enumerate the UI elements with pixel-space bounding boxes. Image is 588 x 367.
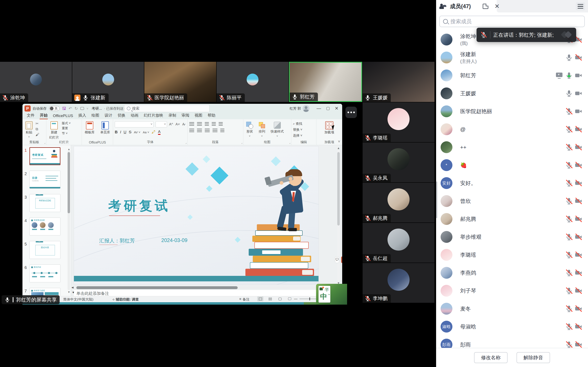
ribbon-tab[interactable]: 审阅 xyxy=(179,112,192,119)
numbering-icon[interactable] xyxy=(197,122,202,126)
qat-dropdown-icon[interactable]: ˅ xyxy=(86,107,88,110)
member-row[interactable]: 刘子琴 xyxy=(436,282,588,300)
camera-icon[interactable] xyxy=(575,108,582,115)
ppt-share-button[interactable]: ⤴ 共享 ˅ xyxy=(341,257,342,263)
justify-icon[interactable] xyxy=(213,129,217,132)
camera-icon[interactable] xyxy=(575,323,582,331)
mic-icon[interactable] xyxy=(565,287,573,295)
member-row[interactable]: 医学院赵艳丽 xyxy=(436,102,588,120)
align-left-icon[interactable] xyxy=(189,129,194,132)
member-row[interactable]: 安好 安好。 xyxy=(436,174,588,192)
camera-icon[interactable] xyxy=(575,179,582,187)
slide-horizontal-scrollbar[interactable]: ◀ xyxy=(74,286,334,289)
member-row[interactable]: ++ xyxy=(436,138,588,156)
autosave-toggle[interactable]: 关 xyxy=(49,106,60,111)
ime-widget[interactable]: 半 中 ’° xyxy=(316,284,347,305)
comments-icon[interactable]: 🗩 xyxy=(335,257,339,263)
camera-icon[interactable] xyxy=(575,90,582,97)
ribbon-tab[interactable]: 切换 xyxy=(115,112,128,119)
mic-icon[interactable] xyxy=(565,215,573,223)
indent-decrease-icon[interactable] xyxy=(205,122,209,126)
ribbon-tab[interactable]: 录制 xyxy=(166,112,179,119)
find-button[interactable]: ⌕ 查找 xyxy=(293,122,315,126)
slide-thumbnail-4[interactable]: 考研复试流程 xyxy=(29,217,61,235)
account-chip[interactable]: 红芳 郭 xyxy=(290,105,310,112)
member-row[interactable]: 麦冬 xyxy=(436,300,588,318)
ribbon-tab[interactable]: 帮助 xyxy=(205,112,218,119)
reading-view-icon[interactable] xyxy=(277,296,283,301)
normal-view-icon[interactable] xyxy=(257,296,263,301)
member-row[interactable]: 张建新 (主持人) xyxy=(436,49,588,67)
video-tile[interactable]: 涂乾坤 xyxy=(0,62,72,102)
mic-icon[interactable] xyxy=(565,143,573,151)
page-library-button[interactable]: 单页库 xyxy=(99,121,111,135)
member-row[interactable]: 淑晗 母淑晗 xyxy=(436,318,588,336)
notes-toggle[interactable]: 备注 xyxy=(239,297,250,302)
slideshow-icon[interactable]: 🖵 xyxy=(287,296,293,301)
camera-icon[interactable] xyxy=(575,72,582,79)
slide-sorter-icon[interactable] xyxy=(267,296,273,301)
mic-icon[interactable] xyxy=(565,251,573,259)
accessibility-status[interactable]: 辅助功能: 调查 xyxy=(112,297,139,302)
mic-icon[interactable] xyxy=(565,341,573,348)
align-right-icon[interactable] xyxy=(205,129,210,132)
mic-icon[interactable] xyxy=(565,233,573,241)
notes-pane[interactable]: ▼ 单击此处添加备注 xyxy=(74,290,342,296)
camera-icon[interactable] xyxy=(575,341,582,348)
paste-button[interactable]: 粘贴˅ xyxy=(24,121,34,139)
menu-icon[interactable] xyxy=(576,2,585,10)
camera-icon[interactable] xyxy=(575,251,582,259)
camera-icon[interactable] xyxy=(575,54,582,61)
ppt-search-box[interactable]: 搜索 xyxy=(124,105,209,112)
member-row[interactable]: * 🍓 xyxy=(436,156,588,174)
italic-button[interactable]: I xyxy=(120,130,121,134)
camera-icon[interactable] xyxy=(575,143,582,151)
font-size-select[interactable] xyxy=(156,121,167,127)
slide-thumbnail-6[interactable]: 面试内容 xyxy=(29,264,61,282)
member-row[interactable]: 郝兆腾 xyxy=(436,210,588,228)
mic-icon[interactable] xyxy=(565,269,573,277)
align-center-icon[interactable] xyxy=(197,129,202,132)
ribbon-tab[interactable]: OfficePLUS xyxy=(50,113,76,119)
video-tile[interactable]: 王媛媛 xyxy=(363,62,434,102)
video-tile[interactable]: 郝兆腾 xyxy=(363,183,434,222)
member-row[interactable]: 李璐瑶 xyxy=(436,246,588,264)
camera-icon[interactable] xyxy=(575,161,582,169)
save-icon[interactable]: 🖫 xyxy=(62,106,66,111)
language-status[interactable]: 简体中文(中国大陆) xyxy=(63,297,93,302)
slide-thumbnail-1[interactable]: 考研复试 xyxy=(29,147,61,165)
ribbon-tab[interactable]: 幻灯片放映 xyxy=(141,112,166,119)
font-name-select[interactable] xyxy=(115,121,154,127)
section-button[interactable]: 节 ˅ xyxy=(62,132,71,135)
slide[interactable]: 考研复试 汇报人：郭红芳 2024-03-09 xyxy=(74,146,319,285)
mic-icon[interactable] xyxy=(565,72,573,79)
video-tile[interactable]: 医学院赵艳丽 xyxy=(144,62,216,102)
ribbon-tab[interactable]: 动画 xyxy=(128,112,141,119)
camera-icon[interactable] xyxy=(575,233,582,241)
shapes-button[interactable]: 形状˅ xyxy=(245,121,254,138)
member-search-input[interactable]: 搜索成员 xyxy=(439,16,585,27)
mic-icon[interactable] xyxy=(565,108,573,115)
unmute-button[interactable]: 解除静音 xyxy=(517,352,550,363)
thumbnail-scrollbar[interactable]: ▲ ▼ xyxy=(68,148,70,293)
mic-icon[interactable] xyxy=(565,161,573,169)
video-tile[interactable]: 李璐瑶 xyxy=(363,102,434,142)
member-row[interactable]: 曾欣 xyxy=(436,192,588,210)
camera-icon[interactable] xyxy=(575,125,582,133)
redo-icon[interactable]: ↻ xyxy=(75,106,78,111)
more-options-button[interactable] xyxy=(346,107,357,118)
popout-icon[interactable] xyxy=(483,4,488,9)
mic-icon[interactable] xyxy=(565,179,573,187)
slide-thumbnail-5[interactable]: 02 面试内容 xyxy=(29,241,61,259)
quick-styles-button[interactable]: 快速样式˅ xyxy=(269,121,285,138)
camera-icon[interactable] xyxy=(575,305,582,313)
screen-share-banner[interactable]: 郭红芳的屏幕共享 xyxy=(2,295,60,304)
close-panel-icon[interactable]: ✕ xyxy=(494,3,500,9)
strikethrough-button[interactable]: S xyxy=(129,130,131,134)
indent-increase-icon[interactable] xyxy=(212,122,216,126)
powerpoint-icon[interactable]: P xyxy=(25,105,31,111)
notes-collapse-icon[interactable]: ▼ xyxy=(72,291,75,294)
bullets-icon[interactable] xyxy=(189,122,194,126)
member-row[interactable]: 郭红芳 xyxy=(436,67,588,84)
video-tile[interactable]: 岳仁超 xyxy=(363,223,434,263)
